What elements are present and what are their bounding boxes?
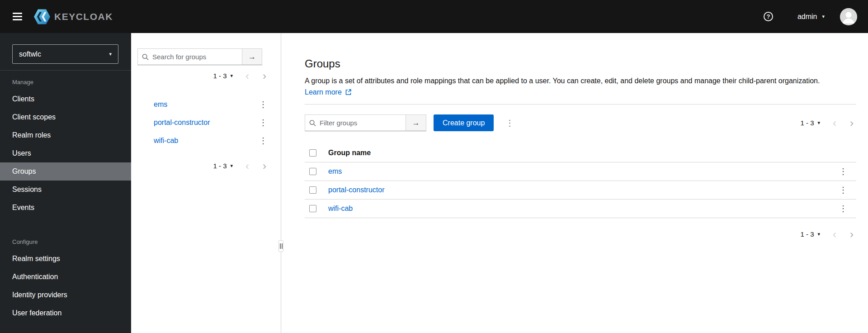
hamburger-icon — [13, 13, 22, 14]
pagination-prev-button[interactable]: ‹ — [832, 230, 837, 238]
pagination-range: 1 - 3 — [213, 72, 226, 80]
learn-more-link[interactable]: Learn more — [305, 88, 351, 96]
pagination-range: 1 - 3 — [213, 162, 226, 170]
search-icon — [142, 53, 149, 60]
drawer-search-submit-button[interactable]: → — [242, 48, 262, 65]
sidebar-item-groups[interactable]: Groups — [0, 162, 131, 181]
nav-section-configure: Configure Realm settings Authentication … — [0, 230, 131, 322]
row-kebab-menu[interactable]: ⋮ — [836, 166, 850, 176]
keycloak-logo: KEYCLOAK — [34, 9, 113, 24]
filter-groups-input[interactable] — [305, 114, 406, 131]
kebab-menu-icon[interactable]: ⋮ — [256, 100, 270, 109]
drawer-search-input[interactable] — [137, 48, 242, 65]
pagination-prev-button[interactable]: ‹ — [832, 119, 837, 127]
sidebar-item-sessions[interactable]: Sessions — [0, 181, 131, 199]
pagination-range: 1 - 3 — [800, 119, 814, 127]
table-pagination-bottom: 1 - 3 ▾ ‹ › — [305, 230, 856, 238]
brand-text: KEYCLOAK — [54, 11, 113, 22]
group-link-wifi-cab[interactable]: wifi-cab — [154, 137, 178, 145]
caret-down-icon: ▾ — [230, 163, 233, 168]
pagination-range-dropdown[interactable]: 1 - 3 ▾ — [800, 119, 820, 127]
table-row: portal-constructor ⋮ — [305, 181, 856, 200]
row-checkbox[interactable] — [309, 205, 316, 212]
kebab-menu-icon[interactable]: ⋮ — [256, 118, 270, 128]
sidebar-item-realm-settings[interactable]: Realm settings — [0, 250, 131, 268]
column-header-group-name: Group name — [325, 144, 832, 162]
help-icon[interactable]: ? — [764, 12, 773, 21]
pagination-range-dropdown[interactable]: 1 - 3 ▾ — [800, 230, 820, 238]
pagination-range-dropdown[interactable]: 1 - 3 ▾ — [213, 72, 233, 80]
caret-down-icon: ▾ — [817, 120, 820, 125]
page-description-text: A group is a set of attributes and role … — [305, 77, 820, 85]
masthead: KEYCLOAK ? admin ▾ — [0, 0, 868, 33]
keycloak-logo-icon — [34, 9, 50, 24]
sidebar-item-clients[interactable]: Clients — [0, 90, 131, 108]
groups-drawer: → 1 - 3 ▾ ‹ › ems ⋮ portal-c — [131, 33, 281, 333]
list-item: wifi-cab ⋮ — [131, 132, 281, 150]
table-pagination-top: 1 - 3 ▾ ‹ › — [800, 119, 856, 127]
search-icon — [309, 119, 316, 126]
section-divider — [305, 104, 856, 105]
arrow-right-icon: → — [248, 52, 256, 61]
sidebar-item-identity-providers[interactable]: Identity providers — [0, 286, 131, 304]
groups-page: Groups A group is a set of attributes an… — [281, 33, 868, 333]
pagination-prev-button[interactable]: ‹ — [245, 162, 250, 170]
table-row: ems ⋮ — [305, 162, 856, 181]
row-checkbox[interactable] — [309, 168, 316, 175]
masthead-actions: ? admin ▾ — [764, 8, 857, 25]
groups-toolbar: → Create group ⋮ 1 - 3 ▾ ‹ › — [305, 114, 856, 131]
sidebar-item-client-scopes[interactable]: Client scopes — [0, 108, 131, 126]
username: admin — [797, 13, 817, 21]
group-link-portal-constructor[interactable]: portal-constructor — [154, 119, 210, 127]
nav-section-title: Manage — [0, 71, 131, 90]
external-link-icon — [345, 89, 351, 95]
caret-down-icon: ▾ — [109, 52, 112, 57]
create-group-button[interactable]: Create group — [434, 114, 494, 131]
row-checkbox[interactable] — [309, 186, 316, 194]
caret-down-icon: ▾ — [822, 14, 825, 19]
groups-table: Group name ems ⋮ — [305, 144, 856, 218]
row-kebab-menu[interactable]: ⋮ — [836, 204, 850, 214]
drawer-search: → — [137, 48, 281, 65]
filter-search: → — [305, 114, 426, 131]
pagination-prev-button[interactable]: ‹ — [245, 71, 250, 80]
caret-down-icon: ▾ — [230, 73, 233, 78]
realm-selector[interactable]: softwlc ▾ — [12, 44, 118, 64]
user-menu-dropdown[interactable]: admin ▾ — [797, 13, 825, 21]
drawer-pagination-top: 1 - 3 ▾ ‹ › — [131, 65, 281, 80]
pagination-next-button[interactable]: › — [849, 119, 854, 127]
toolbar-kebab-menu[interactable]: ⋮ — [503, 118, 516, 128]
sidebar-item-authentication[interactable]: Authentication — [0, 268, 131, 286]
sidebar-item-user-federation[interactable]: User federation — [0, 304, 131, 322]
pagination-range-dropdown[interactable]: 1 - 3 ▾ — [213, 162, 233, 170]
sidebar-item-events[interactable]: Events — [0, 199, 131, 217]
pagination-next-button[interactable]: › — [262, 71, 267, 80]
drawer-pagination-bottom: 1 - 3 ▾ ‹ › — [131, 150, 281, 170]
table-header-row: Group name — [305, 144, 856, 162]
sidebar-nav: softwlc ▾ Manage Clients Client scopes R… — [0, 33, 131, 333]
panel-resizer-handle[interactable] — [278, 240, 283, 252]
group-link-portal-constructor[interactable]: portal-constructor — [328, 186, 385, 194]
nav-toggle-button[interactable] — [11, 9, 24, 24]
page-description: A group is a set of attributes and role … — [305, 75, 849, 98]
realm-name: softwlc — [19, 50, 41, 58]
drawer-group-list: ems ⋮ portal-constructor ⋮ wifi-cab ⋮ — [131, 95, 281, 150]
filter-submit-button[interactable]: → — [406, 114, 426, 131]
arrow-right-icon: → — [412, 119, 420, 127]
list-item: portal-constructor ⋮ — [131, 114, 281, 132]
group-link-ems[interactable]: ems — [154, 100, 167, 109]
nav-section-title: Configure — [0, 230, 131, 250]
pagination-range: 1 - 3 — [800, 230, 814, 238]
sidebar-item-realm-roles[interactable]: Realm roles — [0, 126, 131, 144]
realm-selector-wrap: softwlc ▾ — [0, 33, 131, 71]
sidebar-item-users[interactable]: Users — [0, 144, 131, 162]
row-kebab-menu[interactable]: ⋮ — [836, 185, 850, 195]
group-link-ems[interactable]: ems — [328, 167, 342, 175]
caret-down-icon: ▾ — [817, 232, 820, 237]
kebab-menu-icon[interactable]: ⋮ — [256, 136, 270, 146]
group-link-wifi-cab[interactable]: wifi-cab — [328, 205, 353, 212]
avatar[interactable] — [840, 8, 857, 25]
pagination-next-button[interactable]: › — [849, 230, 854, 238]
pagination-next-button[interactable]: › — [262, 162, 267, 170]
select-all-checkbox[interactable] — [309, 149, 316, 157]
